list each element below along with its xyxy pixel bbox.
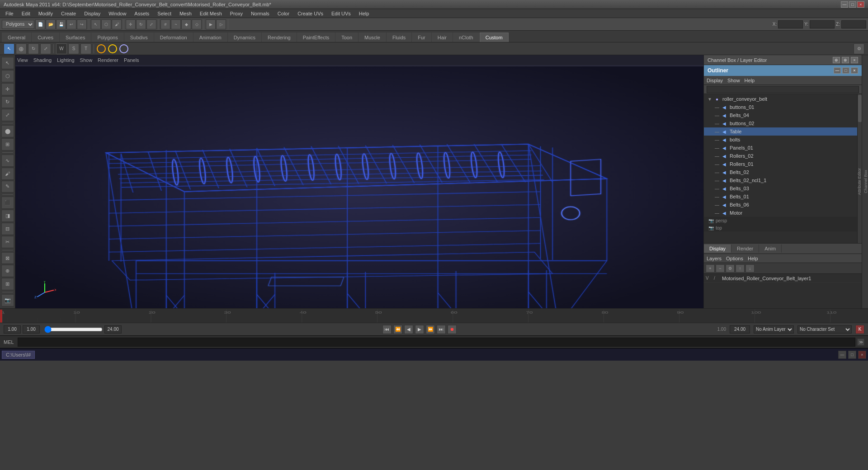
tab-curves[interactable]: Curves — [32, 33, 59, 42]
artisan-tool[interactable]: ✎ — [1, 181, 14, 193]
menu-mesh[interactable]: Mesh — [176, 10, 195, 17]
vp-menu-show[interactable]: Show — [80, 57, 93, 63]
tab-muscle[interactable]: Muscle — [359, 33, 386, 42]
layer-menu-options[interactable]: Options — [726, 256, 743, 261]
range-end-input[interactable] — [104, 325, 122, 334]
shading-btn1[interactable] — [97, 44, 106, 53]
taskbar-minimize[interactable]: — — [838, 351, 846, 359]
outliner-menu-show[interactable]: Show — [727, 78, 740, 83]
outliner-item-rollers01[interactable]: — ◀ Rollers_01 — [704, 160, 857, 168]
outliner-close[interactable]: × — [851, 67, 858, 74]
menu-modify[interactable]: Modify — [35, 10, 57, 17]
split-poly-tool[interactable]: ⊟ — [1, 223, 14, 235]
play-forward-btn[interactable]: ▶ — [415, 325, 424, 334]
taskbar-restore[interactable]: □ — [848, 351, 856, 359]
taskbar-maya-item[interactable]: C:\Users\I# — [2, 351, 35, 359]
snap-point-button[interactable]: ◆ — [181, 19, 191, 29]
tab-ncloth[interactable]: nCloth — [453, 33, 479, 42]
menu-edit[interactable]: Edit — [18, 10, 34, 17]
tab-deformation[interactable]: Deformation — [154, 33, 193, 42]
outliner-item-belts01[interactable]: — ◀ Belts_01 — [704, 193, 857, 201]
open-scene-button[interactable]: 📂 — [46, 19, 56, 29]
outliner-item-buttons02[interactable]: — ◀ buttons_02 — [704, 119, 857, 127]
panel-tab-display[interactable]: Display — [704, 244, 731, 253]
outliner-item-belts02ncl[interactable]: — ◀ Belts_02_ncl1_1 — [704, 176, 857, 184]
y-input[interactable] — [810, 20, 835, 28]
bridge-tool[interactable]: ⊠ — [1, 252, 14, 264]
prev-frame-btn[interactable]: ⏪ — [393, 325, 402, 334]
select-mode-button[interactable]: ↖ — [91, 19, 101, 29]
record-btn[interactable]: ⏺ — [448, 325, 457, 334]
menu-create-uvs[interactable]: Create UVs — [294, 10, 327, 17]
outliner-item-table[interactable]: — ◀ Table — [704, 127, 857, 136]
outliner-item-belts02[interactable]: — ◀ Belts_02 — [704, 168, 857, 176]
lasso-tool[interactable]: ⬡ — [1, 70, 14, 82]
panel-tab-render[interactable]: Render — [731, 244, 759, 253]
soft-select-tool[interactable]: ⬤ — [1, 125, 14, 137]
ipr-render-button[interactable]: ▷ — [216, 19, 226, 29]
outliner-item-panels01[interactable]: — ◀ Panels_01 — [704, 144, 857, 152]
tab-polygons[interactable]: Polygons — [91, 33, 123, 42]
outliner-item-root[interactable]: ▼ ● roller_conveyor_belt — [704, 95, 857, 103]
new-layer-btn[interactable]: + — [706, 264, 715, 273]
window-controls[interactable]: — □ × — [841, 1, 864, 8]
layer-options-btn[interactable]: ⚙ — [726, 264, 735, 273]
auto-key-btn[interactable]: K — [855, 325, 864, 334]
move-icon-btn[interactable]: ⊕ — [16, 43, 27, 54]
layer-move-up-btn[interactable]: ↑ — [736, 264, 745, 273]
layer-move-down-btn[interactable]: ↓ — [745, 264, 755, 273]
play-back-btn[interactable]: ◀ — [404, 325, 413, 334]
undo-button[interactable]: ↩ — [66, 19, 76, 29]
lasso-select-button[interactable]: ⬡ — [101, 19, 111, 29]
outliner-maximize[interactable]: □ — [842, 67, 849, 74]
tab-fur[interactable]: Fur — [412, 33, 431, 42]
menu-proxy[interactable]: Proxy — [226, 10, 246, 17]
timeline-ruler[interactable]: 1 10 20 30 40 50 60 70 80 — [0, 309, 868, 323]
tab-fluids[interactable]: Fluids — [387, 33, 411, 42]
menu-file[interactable]: File — [2, 10, 17, 17]
vp-menu-view[interactable]: View — [17, 57, 28, 63]
tab-custom[interactable]: Custom — [480, 33, 509, 42]
outliner-item-belts04[interactable]: — ◀ Belts_04 — [704, 111, 857, 119]
settings-btn[interactable]: ⚙ — [854, 43, 864, 54]
timeline[interactable]: 1 10 20 30 40 50 60 70 80 — [0, 308, 868, 323]
scale-icon-btn[interactable]: ⤢ — [40, 43, 51, 54]
paint-select-button[interactable]: 🖌 — [112, 19, 122, 29]
texture-btn[interactable]: T — [80, 43, 91, 54]
tab-hair[interactable]: Hair — [432, 33, 453, 42]
move-tool-button[interactable]: ✛ — [126, 19, 136, 29]
layer-row-default[interactable]: V / Motorised_Roller_Conveyor_Belt_layer… — [704, 274, 862, 283]
anim-layer-select[interactable]: No Anim Layer — [754, 325, 794, 334]
new-scene-button[interactable]: 📄 — [35, 19, 45, 29]
go-to-end-btn[interactable]: ⏭ — [437, 325, 446, 334]
tab-painteffects[interactable]: PaintEffects — [297, 33, 335, 42]
vp-menu-renderer[interactable]: Renderer — [98, 57, 118, 63]
playback-end-input[interactable] — [730, 325, 750, 334]
frame-slider[interactable] — [44, 326, 103, 333]
channel-box-icon2[interactable]: ⊗ — [842, 57, 849, 63]
panel-tab-anim[interactable]: Anim — [759, 244, 782, 253]
append-poly-tool[interactable]: ◨ — [1, 210, 14, 222]
layer-menu-help[interactable]: Help — [748, 256, 758, 261]
layer-menu-layers[interactable]: Layers — [707, 256, 722, 261]
camera-tool[interactable]: 📷 — [1, 294, 14, 306]
rotate-icon-btn[interactable]: ↻ — [28, 43, 39, 54]
x-input[interactable] — [778, 20, 803, 28]
menu-window[interactable]: Window — [105, 10, 130, 17]
range-start-input[interactable] — [4, 325, 21, 334]
wireframe-btn[interactable]: W — [56, 43, 67, 54]
tab-toon[interactable]: Toon — [335, 33, 358, 42]
redo-button[interactable]: ↪ — [77, 19, 87, 29]
next-frame-btn[interactable]: ⏩ — [426, 325, 435, 334]
mel-command-input[interactable] — [18, 338, 855, 347]
tab-dynamics[interactable]: Dynamics — [228, 33, 261, 42]
taskbar-close[interactable]: × — [858, 351, 866, 359]
extrude-tool[interactable]: ⊞ — [1, 278, 14, 290]
outliner-menu-display[interactable]: Display — [707, 78, 723, 83]
outliner-search-input[interactable] — [707, 86, 859, 93]
tab-rendering[interactable]: Rendering — [262, 33, 297, 42]
vp-menu-shading[interactable]: Shading — [33, 57, 52, 63]
menu-help[interactable]: Help — [355, 10, 373, 17]
rotate-tool-button[interactable]: ↻ — [136, 19, 146, 29]
save-scene-button[interactable]: 💾 — [56, 19, 66, 29]
